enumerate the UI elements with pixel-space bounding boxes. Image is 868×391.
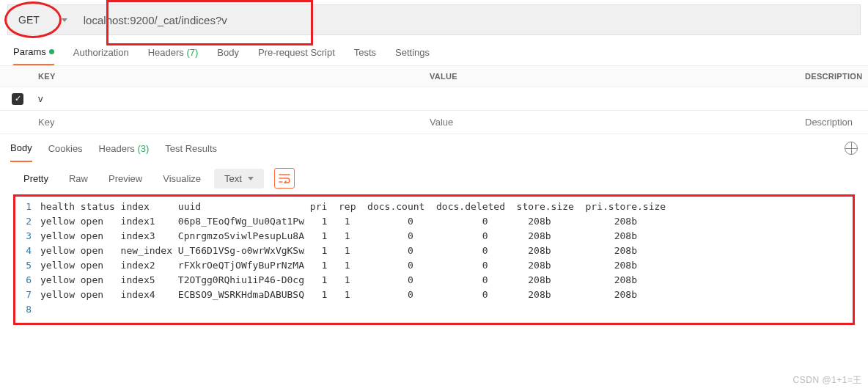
request-headers-count: (7): [186, 47, 198, 58]
response-view-toolbar: Pretty Raw Preview Visualize Text: [0, 162, 868, 194]
response-body-area: 1health status index uuid pri rep docs.c…: [0, 194, 868, 332]
col-desc: DESCRIPTION: [802, 66, 868, 87]
param-key-input[interactable]: [38, 93, 424, 104]
code-line: 1health status index uuid pri rep docs.c…: [20, 200, 848, 214]
params-row: ✓: [0, 87, 868, 111]
tab-params[interactable]: Params: [13, 40, 54, 65]
line-number: 8: [20, 302, 40, 317]
view-raw[interactable]: Raw: [59, 169, 98, 189]
code-line: 6yellow open index5 T2OTgg0RQhiu1iP46-D0…: [20, 273, 848, 288]
line-number: 3: [20, 229, 40, 244]
param-value-input[interactable]: [430, 93, 799, 104]
param-value-input[interactable]: [430, 117, 799, 128]
chevron-down-icon: [248, 177, 254, 180]
code-line: 4yellow open new_index U_T66D1VSg-o0wrWx…: [20, 244, 848, 258]
body-mode-select[interactable]: Text: [214, 169, 264, 189]
response-headers-count: (3): [137, 143, 149, 154]
param-desc-input[interactable]: [805, 117, 865, 128]
resp-tab-cookies[interactable]: Cookies: [48, 134, 83, 162]
view-pretty[interactable]: Pretty: [13, 169, 59, 189]
line-number: 5: [20, 258, 40, 273]
param-desc-input[interactable]: [805, 93, 865, 104]
http-method-label: GET: [18, 14, 40, 26]
body-mode-label: Text: [224, 173, 242, 184]
tab-settings[interactable]: Settings: [395, 40, 430, 65]
watermark-text: CSDN @1+1=王: [793, 374, 862, 387]
tab-body[interactable]: Body: [217, 40, 239, 65]
line-content: health status index uuid pri rep docs.co…: [40, 200, 672, 214]
view-preview[interactable]: Preview: [98, 169, 152, 189]
params-header-row: KEY VALUE DESCRIPTION: [0, 66, 868, 87]
chevron-down-icon: [62, 18, 67, 22]
line-content: yellow open index3 CpnrgmzoSviwlPesupLu8…: [40, 229, 637, 244]
resp-tab-headers[interactable]: Headers (3): [99, 134, 150, 162]
tab-tests[interactable]: Tests: [354, 40, 376, 65]
globe-icon[interactable]: [845, 142, 858, 155]
tab-params-label: Params: [13, 46, 46, 57]
col-key: KEY: [35, 66, 427, 87]
col-value: VALUE: [427, 66, 802, 87]
resp-tab-body[interactable]: Body: [10, 134, 32, 162]
param-key-input[interactable]: [38, 117, 424, 128]
view-visualize[interactable]: Visualize: [152, 169, 211, 189]
request-url-input[interactable]: [78, 5, 860, 34]
params-table: KEY VALUE DESCRIPTION ✓: [0, 66, 868, 134]
params-row-empty: [0, 111, 868, 134]
wrap-icon: [279, 173, 290, 183]
line-content: yellow open new_index U_T66D1VSg-o0wrWxV…: [40, 244, 637, 258]
line-content: yellow open index5 T2OTgg0RQhiu1iP46-D0c…: [40, 273, 637, 288]
resp-tab-test-results[interactable]: Test Results: [165, 134, 217, 162]
line-number: 2: [20, 214, 40, 229]
code-line: 3yellow open index3 CpnrgmzoSviwlPesupLu…: [20, 229, 848, 244]
code-line: 5yellow open index2 rFXkrOeQTjOWfyBuPrNz…: [20, 258, 848, 273]
request-url-bar: GET: [7, 4, 861, 35]
line-number: 6: [20, 273, 40, 288]
line-number: 1: [20, 200, 40, 214]
request-tabs: Params Authorization Headers (7) Body Pr…: [0, 40, 868, 66]
params-active-dot-icon: [49, 49, 54, 54]
line-content: yellow open index4 ECBSO9_WSRKHdmaDABUBS…: [40, 288, 637, 302]
line-number: 4: [20, 244, 40, 258]
wrap-lines-button[interactable]: [274, 168, 295, 189]
line-content: yellow open index2 rFXkrOeQTjOWfyBuPrNzM…: [40, 258, 637, 273]
line-content: yellow open index1 06p8_TEoQfWg_Uu0Qat1P…: [40, 214, 637, 229]
response-bar: Body Cookies Headers (3) Test Results: [0, 134, 868, 162]
param-enable-checkbox[interactable]: ✓: [12, 93, 23, 105]
response-highlight-box: 1health status index uuid pri rep docs.c…: [13, 194, 855, 325]
http-method-select[interactable]: GET: [8, 5, 78, 34]
tab-prerequest[interactable]: Pre-request Script: [258, 40, 335, 65]
line-number: 7: [20, 288, 40, 302]
code-line: 2yellow open index1 06p8_TEoQfWg_Uu0Qat1…: [20, 214, 848, 229]
code-line: 7yellow open index4 ECBSO9_WSRKHdmaDABUB…: [20, 288, 848, 302]
response-text[interactable]: 1health status index uuid pri rep docs.c…: [20, 200, 848, 317]
tab-headers[interactable]: Headers (7): [148, 40, 199, 65]
code-line: 8: [20, 302, 848, 317]
tab-authorization[interactable]: Authorization: [73, 40, 129, 65]
